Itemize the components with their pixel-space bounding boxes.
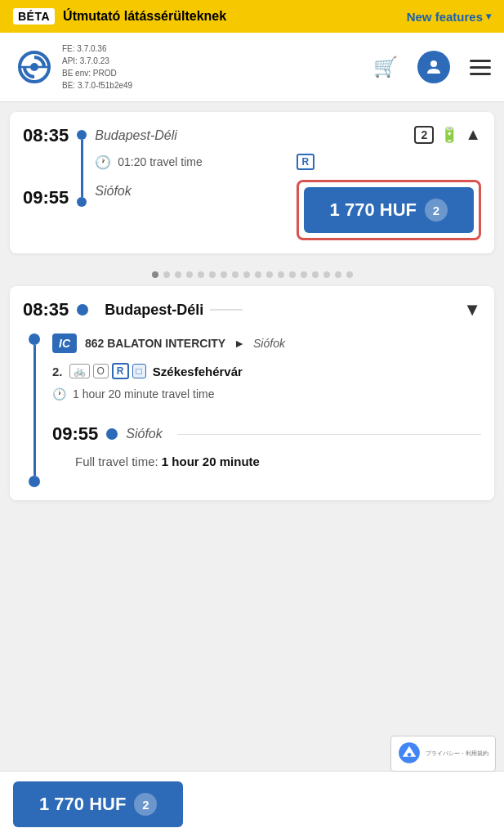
- arrow-icon: ►: [234, 337, 245, 350]
- price-label-collapsed: 1 770 HUF: [330, 199, 417, 221]
- timeline-left: 08:35 09:55 Budapest-Déli 🕐 01:20 travel…: [23, 125, 203, 208]
- hamburger-line-2: [470, 66, 491, 69]
- version-be-env: BE env: PROD: [62, 67, 132, 79]
- bike-icon-badge: 🚲: [69, 364, 90, 378]
- svg-point-4: [408, 753, 412, 757]
- dot-6[interactable]: [221, 271, 227, 278]
- price-button-bottom[interactable]: 1 770 HUF 2: [13, 781, 183, 827]
- price-class-badge: 2: [425, 199, 448, 222]
- expanded-depart-dot: [77, 304, 88, 316]
- dot-5[interactable]: [209, 271, 216, 278]
- stop-icons: 🚲 O R □: [69, 363, 146, 379]
- dot-0[interactable]: [152, 271, 158, 278]
- arrive-station-expanded: Siófok: [126, 427, 162, 441]
- dot-14[interactable]: [312, 271, 319, 278]
- banner-title: Útmutató látássérülteknek: [63, 9, 399, 24]
- pagination-dots: [10, 263, 494, 286]
- expanded-header: 08:35 Budapest-Déli ▼: [23, 299, 481, 320]
- hamburger-menu[interactable]: [470, 60, 491, 75]
- recaptcha-text: プライバシー・利用規約: [426, 750, 488, 757]
- ic-badge: IC: [52, 333, 77, 353]
- beta-badge: BÉTA: [13, 8, 55, 25]
- price-class-badge-bottom: 2: [134, 793, 157, 816]
- stations-col: Budapest-Déli 🕐 01:20 travel time Siófok: [95, 125, 203, 199]
- exp-top-dot: [29, 333, 40, 345]
- stop-name: Székesfehérvár: [153, 365, 243, 378]
- collapsed-route-card: 08:35 09:55 Budapest-Déli 🕐 01:20 travel…: [10, 112, 494, 253]
- exp-line: [33, 345, 36, 476]
- stop-row: 2. 🚲 O R □ Székesfehérvár: [52, 363, 481, 379]
- dot-4[interactable]: [198, 271, 204, 278]
- svg-point-2: [430, 60, 437, 67]
- r-icon-badge: R: [112, 363, 129, 379]
- arrive-time-expanded: 09:55: [52, 423, 98, 445]
- dot-11[interactable]: [278, 271, 284, 278]
- dot-10[interactable]: [266, 271, 273, 278]
- header-nav: FE: 3.7.0.36 API: 3.7.0.23 BE env: PROD …: [0, 33, 504, 102]
- dot-9[interactable]: [255, 271, 261, 278]
- price-label-bottom: 1 770 HUF: [39, 794, 126, 815]
- dot-3[interactable]: [186, 271, 193, 278]
- expanded-left: 08:35 Budapest-Déli: [23, 299, 243, 320]
- stop-number: 2.: [52, 365, 63, 378]
- new-features-link[interactable]: New features ▾: [407, 10, 491, 24]
- version-be: BE: 3.7.0-f51b2e49: [62, 79, 132, 92]
- full-travel-label: Full travel time:: [75, 454, 162, 468]
- avatar[interactable]: [417, 51, 450, 83]
- timeline-connector: [77, 125, 87, 207]
- dot-8[interactable]: [243, 271, 250, 278]
- arrive-dot-expanded: [106, 428, 118, 440]
- dot-15[interactable]: [323, 271, 330, 278]
- arrival-section: 09:55 Siófok: [52, 414, 481, 445]
- header-line: [210, 309, 243, 311]
- chevron-down-icon: ▾: [486, 11, 491, 22]
- exp-bottom-dot: [29, 476, 40, 487]
- hamburger-line-3: [470, 73, 491, 75]
- square-icon-badge: □: [132, 364, 146, 378]
- arrive-station-collapsed: Siófok: [95, 181, 203, 199]
- depart-dot: [77, 130, 87, 140]
- expanded-route-card: 08:35 Budapest-Déli ▼ IC 862 BALATO: [10, 286, 494, 500]
- cart-icon[interactable]: 🛒: [373, 56, 398, 78]
- expanded-body: IC 862 BALATON INTERCITY ► Siófok 2. 🚲 O…: [23, 333, 481, 487]
- expand-toggle-btn[interactable]: ▼: [463, 299, 481, 320]
- travel-time-label: 01:20 travel time: [118, 155, 203, 168]
- expanded-timeline: [23, 333, 46, 487]
- bottom-spacer: [10, 510, 494, 575]
- new-features-label: New features: [407, 10, 483, 24]
- route-card-header: 08:35 09:55 Budapest-Déli 🕐 01:20 travel…: [23, 125, 481, 240]
- dot-7[interactable]: [232, 271, 239, 278]
- dot-16[interactable]: [335, 271, 341, 278]
- mav-logo[interactable]: [13, 51, 56, 83]
- main-content: 08:35 09:55 Budapest-Déli 🕐 01:20 travel…: [0, 102, 504, 585]
- train-number: 862 BALATON INTERCITY: [85, 337, 225, 350]
- dot-17[interactable]: [346, 271, 353, 278]
- dot-1[interactable]: [163, 271, 170, 278]
- dot-2[interactable]: [175, 271, 181, 278]
- dot-12[interactable]: [289, 271, 296, 278]
- o-icon-badge: O: [93, 364, 109, 378]
- price-btn-wrapper: 1 770 HUF 2: [297, 180, 481, 240]
- depart-station-collapsed: Budapest-Déli: [95, 125, 203, 143]
- logo-area: FE: 3.7.0.36 API: 3.7.0.23 BE env: PROD …: [13, 43, 373, 92]
- battery-icon: 🔋: [440, 126, 458, 144]
- arrive-line: [177, 434, 481, 435]
- top-right-row: 2 🔋 ▲: [414, 125, 481, 144]
- r-badge: R: [297, 154, 315, 170]
- version-info: FE: 3.7.0.36 API: 3.7.0.23 BE env: PROD …: [62, 43, 132, 92]
- recaptcha-badge: プライバシー・利用規約: [390, 736, 496, 772]
- timeline-line: [81, 140, 83, 197]
- travel-time-expanded-row: 🕐 1 hour 20 minute travel time: [52, 387, 481, 401]
- train-info-row: IC 862 BALATON INTERCITY ► Siófok: [52, 333, 481, 353]
- top-banner: BÉTA Útmutató látássérülteknek New featu…: [0, 0, 504, 33]
- nav-icons: 🛒: [373, 51, 491, 83]
- full-travel-row: Full travel time: 1 hour 20 minute: [52, 454, 481, 468]
- collapse-toggle-btn[interactable]: ▲: [465, 125, 481, 144]
- price-button-collapsed[interactable]: 1 770 HUF 2: [304, 187, 474, 233]
- recaptcha-logo: [398, 741, 421, 766]
- version-api: API: 3.7.0.23: [62, 55, 132, 67]
- depart-time: 08:35: [23, 125, 69, 146]
- dot-13[interactable]: [301, 271, 307, 278]
- travel-time-expanded: 1 hour 20 minute travel time: [73, 387, 215, 401]
- expanded-depart-station: Budapest-Déli: [105, 302, 203, 319]
